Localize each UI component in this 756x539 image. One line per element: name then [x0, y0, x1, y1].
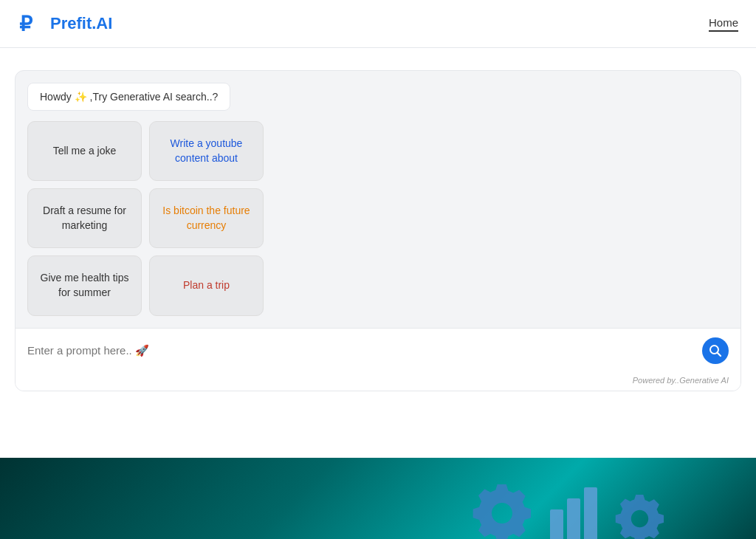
- suggestions-grid: Tell me a joke Write a youtube content a…: [27, 121, 264, 316]
- nav-home-link[interactable]: Home: [709, 16, 738, 32]
- greeting-bar: Howdy ✨ ,Try Generative AI search..?: [27, 83, 230, 111]
- search-icon: [709, 344, 722, 357]
- bar-chart: [550, 487, 597, 539]
- search-button[interactable]: [702, 337, 729, 364]
- suggestion-plan-trip[interactable]: Plan a trip: [149, 255, 264, 315]
- svg-line-2: [718, 352, 721, 356]
- main-content: Howdy ✨ ,Try Generative AI search..? Tel…: [0, 48, 756, 406]
- logo-icon: ₽: [18, 10, 44, 37]
- logo-text: Prefit.AI: [50, 14, 112, 33]
- gear-left-icon: [469, 480, 535, 539]
- bottom-decoration: [0, 458, 756, 539]
- suggestion-health-tips[interactable]: Give me health tips for summer: [27, 255, 142, 315]
- header: ₽ Prefit.AI Home: [0, 0, 756, 48]
- prompt-card-box: Howdy ✨ ,Try Generative AI search..? Tel…: [15, 70, 741, 391]
- svg-text:₽: ₽: [19, 13, 33, 35]
- suggestion-draft-resume[interactable]: Draft a resume for marketing: [27, 188, 142, 248]
- card-inner: Howdy ✨ ,Try Generative AI search..? Tel…: [16, 71, 740, 328]
- input-bar: [16, 328, 740, 373]
- bar-1: [550, 509, 563, 539]
- bar-2: [567, 498, 580, 539]
- powered-by-text: Powered by..Generative AI: [16, 373, 740, 391]
- gear-container: [469, 480, 667, 539]
- gear-right-icon: [612, 491, 667, 539]
- prompt-input[interactable]: [27, 344, 695, 357]
- bar-3: [584, 487, 597, 539]
- suggestion-tell-joke[interactable]: Tell me a joke: [27, 121, 142, 181]
- logo-area: ₽ Prefit.AI: [18, 10, 112, 37]
- suggestion-youtube-content[interactable]: Write a youtube content about: [149, 121, 264, 181]
- logo-svg: ₽: [18, 10, 44, 37]
- suggestion-bitcoin[interactable]: Is bitcoin the future currency: [149, 188, 264, 248]
